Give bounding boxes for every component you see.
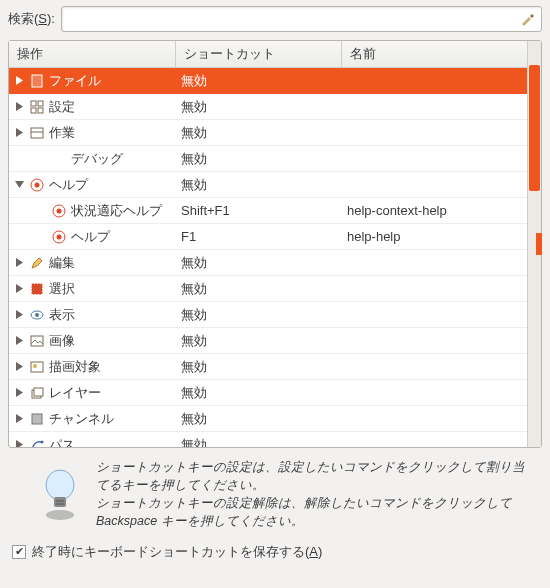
- table-row[interactable]: ヘルプF1help-help: [9, 224, 527, 250]
- table-row[interactable]: 設定無効: [9, 94, 527, 120]
- table-row[interactable]: 状況適応ヘルプShift+F1help-context-help: [9, 198, 527, 224]
- svg-point-8: [35, 182, 40, 187]
- row-shortcut: 無効: [175, 302, 341, 328]
- chevron-right-icon[interactable]: [15, 336, 25, 346]
- table-row[interactable]: レイヤー無効: [9, 380, 527, 406]
- row-shortcut: 無効: [175, 146, 341, 172]
- row-name: [341, 354, 527, 380]
- svg-rect-4: [38, 108, 43, 113]
- row-label: 設定: [49, 98, 75, 116]
- search-label: 検索(S):: [8, 10, 55, 28]
- row-label: 編集: [49, 254, 75, 272]
- chevron-down-icon[interactable]: [15, 180, 25, 190]
- row-shortcut: F1: [175, 224, 341, 250]
- select-icon: [29, 281, 45, 297]
- help-icon: [29, 177, 45, 193]
- row-label: 表示: [49, 306, 75, 324]
- search-input[interactable]: [61, 6, 542, 32]
- drawable-icon: [29, 359, 45, 375]
- svg-rect-1: [31, 101, 36, 106]
- svg-rect-16: [31, 336, 43, 346]
- table-row[interactable]: チャンネル無効: [9, 406, 527, 432]
- svg-rect-0: [32, 75, 42, 87]
- chevron-right-icon[interactable]: [15, 284, 25, 294]
- row-shortcut: 無効: [175, 328, 341, 354]
- edit-icon: [29, 255, 45, 271]
- lightbulb-icon: [36, 458, 84, 531]
- path-icon: [29, 437, 45, 448]
- chevron-right-icon[interactable]: [15, 258, 25, 268]
- save-on-exit-row[interactable]: ✔ 終了時にキーボードショートカットを保存する(A): [8, 541, 542, 563]
- scrollbar[interactable]: [527, 41, 541, 447]
- brush-icon: [519, 11, 535, 30]
- col-shortcut[interactable]: ショートカット: [175, 41, 341, 68]
- file-icon: [29, 73, 45, 89]
- row-name: help-help: [341, 224, 527, 250]
- row-label: 描画対象: [49, 358, 101, 376]
- chevron-right-icon[interactable]: [15, 362, 25, 372]
- row-shortcut: 無効: [175, 68, 341, 94]
- row-name: [341, 328, 527, 354]
- row-name: [341, 172, 527, 198]
- table-row[interactable]: 表示無効: [9, 302, 527, 328]
- row-label: デバッグ: [71, 150, 123, 168]
- shortcut-table: 操作 ショートカット 名前 ファイル無効設定無効作業無効デバッグ無効ヘルプ無効状…: [8, 40, 542, 448]
- save-on-exit-checkbox[interactable]: ✔: [12, 545, 26, 559]
- svg-rect-13: [32, 284, 42, 294]
- svg-rect-25: [54, 497, 66, 507]
- row-shortcut: 無効: [175, 406, 341, 432]
- arrow-placeholder: [37, 232, 47, 242]
- row-shortcut: 無効: [175, 120, 341, 146]
- chevron-right-icon[interactable]: [15, 310, 25, 320]
- channel-icon: [29, 411, 45, 427]
- svg-rect-20: [34, 388, 43, 396]
- row-label: 作業: [49, 124, 75, 142]
- arrow-placeholder: [37, 154, 47, 164]
- table-row[interactable]: ヘルプ無効: [9, 172, 527, 198]
- table-row[interactable]: デバッグ無効: [9, 146, 527, 172]
- row-name: [341, 146, 527, 172]
- table-row[interactable]: 画像無効: [9, 328, 527, 354]
- layer-icon: [29, 385, 45, 401]
- svg-rect-2: [38, 101, 43, 106]
- row-label: パス: [49, 436, 75, 448]
- work-icon: [29, 125, 45, 141]
- row-name: [341, 120, 527, 146]
- row-label: 画像: [49, 332, 75, 350]
- chevron-right-icon[interactable]: [15, 76, 25, 86]
- arrow-placeholder: [37, 206, 47, 216]
- help-icon: [51, 203, 67, 219]
- row-label: 選択: [49, 280, 75, 298]
- row-name: [341, 68, 527, 94]
- table-row[interactable]: パス無効: [9, 432, 527, 448]
- row-shortcut: 無効: [175, 94, 341, 120]
- svg-rect-5: [31, 128, 43, 138]
- table-row[interactable]: 描画対象無効: [9, 354, 527, 380]
- scrollbar-thumb[interactable]: [529, 65, 540, 191]
- chevron-right-icon[interactable]: [15, 414, 25, 424]
- search-row: 検索(S):: [8, 6, 542, 32]
- table-row[interactable]: 作業無効: [9, 120, 527, 146]
- chevron-right-icon[interactable]: [15, 102, 25, 112]
- row-label: ファイル: [49, 72, 101, 90]
- row-shortcut: 無効: [175, 432, 341, 448]
- row-shortcut: 無効: [175, 380, 341, 406]
- row-label: 状況適応ヘルプ: [71, 202, 162, 220]
- image-icon: [29, 333, 45, 349]
- row-name: [341, 276, 527, 302]
- hint-line-2: ショートカットキーの設定解除は、解除したいコマンドをクリックして Backspa…: [96, 494, 534, 530]
- hint-line-1: ショートカットキーの設定は、設定したいコマンドをクリックして割り当てるキーを押し…: [96, 458, 534, 494]
- row-label: レイヤー: [49, 384, 101, 402]
- col-name[interactable]: 名前: [341, 41, 527, 68]
- table-row[interactable]: 選択無効: [9, 276, 527, 302]
- row-shortcut: 無効: [175, 172, 341, 198]
- chevron-right-icon[interactable]: [15, 128, 25, 138]
- table-row[interactable]: ファイル無効: [9, 68, 527, 94]
- help-icon: [51, 229, 67, 245]
- chevron-right-icon[interactable]: [15, 440, 25, 448]
- table-row[interactable]: 編集無効: [9, 250, 527, 276]
- col-op[interactable]: 操作: [9, 41, 175, 68]
- chevron-right-icon[interactable]: [15, 388, 25, 398]
- row-shortcut: Shift+F1: [175, 198, 341, 224]
- row-shortcut: 無効: [175, 250, 341, 276]
